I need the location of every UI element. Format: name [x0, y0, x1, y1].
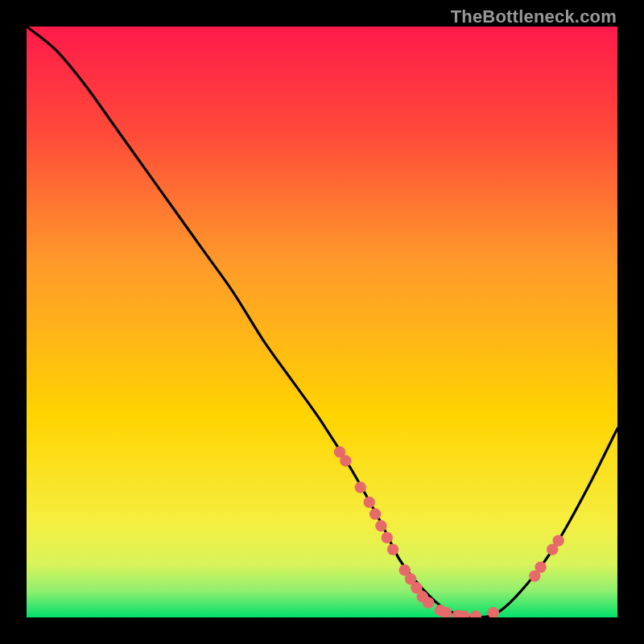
- gradient-background: [27, 27, 617, 617]
- highlight-dot: [382, 532, 393, 543]
- highlight-dot: [369, 508, 381, 519]
- bottleneck-plot: [27, 27, 617, 617]
- highlight-dot: [355, 481, 366, 493]
- highlight-dot: [423, 597, 434, 608]
- chart-frame: [27, 27, 617, 617]
- highlight-dot: [535, 561, 546, 572]
- highlight-dot: [387, 543, 398, 555]
- highlight-dot: [552, 535, 564, 546]
- highlight-dot: [340, 455, 351, 466]
- highlight-dot: [364, 497, 375, 508]
- watermark-text: TheBottleneck.com: [451, 6, 617, 27]
- highlight-dot: [375, 520, 386, 531]
